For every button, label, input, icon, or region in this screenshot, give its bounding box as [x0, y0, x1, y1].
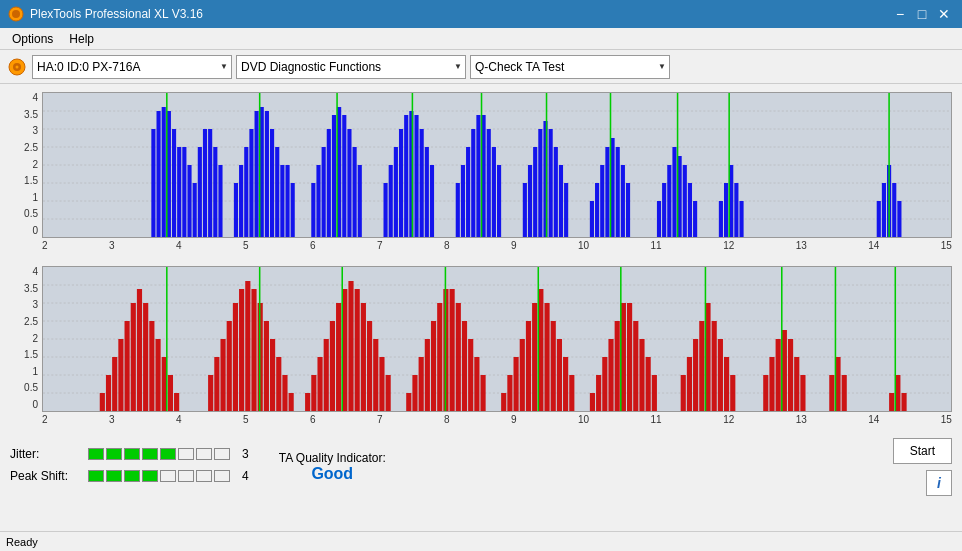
svg-rect-173 — [468, 339, 473, 411]
svg-rect-59 — [425, 147, 429, 237]
svg-rect-85 — [605, 147, 609, 237]
svg-rect-93 — [667, 165, 671, 237]
jitter-bar-5 — [160, 448, 176, 460]
svg-rect-74 — [533, 147, 537, 237]
action-buttons: Start i — [893, 438, 952, 496]
svg-rect-187 — [563, 357, 568, 411]
jitter-bar-8 — [214, 448, 230, 460]
svg-rect-224 — [889, 393, 894, 411]
bottom-panel: Jitter: 3 Peak Shift: — [0, 436, 962, 498]
peak-shift-bar-8 — [214, 470, 230, 482]
jitter-bar-2 — [106, 448, 122, 460]
toolbar: HA:0 ID:0 PX-716A DVD Diagnostic Functio… — [0, 50, 962, 84]
svg-rect-182 — [532, 303, 537, 411]
svg-rect-184 — [544, 303, 549, 411]
svg-rect-138 — [239, 289, 244, 411]
close-button[interactable]: ✕ — [934, 4, 954, 24]
svg-rect-84 — [600, 165, 604, 237]
svg-rect-157 — [361, 303, 366, 411]
svg-rect-142 — [264, 321, 269, 411]
drive-select-wrapper: HA:0 ID:0 PX-716A — [32, 55, 232, 79]
test-select[interactable]: Q-Check TA Test — [470, 55, 670, 79]
peak-shift-bar-4 — [142, 470, 158, 482]
svg-rect-191 — [596, 375, 601, 411]
top-chart-area — [42, 92, 952, 238]
svg-rect-199 — [646, 357, 651, 411]
svg-rect-51 — [384, 183, 388, 237]
svg-rect-96 — [683, 165, 687, 237]
svg-rect-21 — [198, 147, 202, 237]
peak-shift-bar — [88, 470, 230, 482]
menu-bar: Options Help — [0, 28, 962, 50]
svg-rect-175 — [480, 375, 485, 411]
svg-rect-25 — [218, 165, 222, 237]
menu-help[interactable]: Help — [61, 30, 102, 48]
info-button[interactable]: i — [926, 470, 952, 496]
maximize-button[interactable]: □ — [912, 4, 932, 24]
svg-rect-100 — [719, 201, 723, 237]
peak-shift-bar-6 — [178, 470, 194, 482]
svg-rect-179 — [514, 357, 519, 411]
svg-rect-177 — [501, 393, 506, 411]
svg-rect-172 — [462, 321, 467, 411]
bottom-chart-x-axis: 2 3 4 5 6 7 8 9 10 11 12 13 14 15 — [42, 414, 952, 430]
svg-rect-133 — [208, 375, 213, 411]
svg-rect-212 — [763, 375, 768, 411]
svg-rect-40 — [311, 183, 315, 237]
svg-rect-44 — [332, 115, 336, 237]
status-bar: Ready — [0, 531, 962, 551]
peak-shift-bar-5 — [160, 470, 176, 482]
svg-rect-192 — [602, 357, 607, 411]
svg-rect-79 — [559, 165, 563, 237]
svg-rect-120 — [106, 375, 111, 411]
svg-rect-121 — [112, 357, 117, 411]
svg-rect-226 — [901, 393, 906, 411]
svg-rect-80 — [564, 183, 568, 237]
test-select-wrapper: Q-Check TA Test — [470, 55, 670, 79]
svg-rect-22 — [203, 129, 207, 237]
svg-rect-122 — [118, 339, 123, 411]
svg-rect-60 — [430, 165, 434, 237]
menu-options[interactable]: Options — [4, 30, 61, 48]
svg-point-4 — [16, 65, 19, 68]
svg-rect-129 — [162, 357, 167, 411]
bottom-chart-y-axis: 4 3.5 3 2.5 2 1.5 1 0.5 0 — [6, 266, 42, 410]
svg-rect-160 — [379, 357, 384, 411]
svg-rect-153 — [336, 303, 341, 411]
svg-rect-33 — [265, 111, 269, 237]
svg-rect-46 — [342, 115, 346, 237]
function-select[interactable]: DVD Diagnostic Functions — [236, 55, 466, 79]
svg-rect-48 — [353, 147, 357, 237]
svg-rect-98 — [693, 201, 697, 237]
svg-rect-78 — [554, 147, 558, 237]
svg-rect-123 — [125, 321, 130, 411]
ta-quality-section: TA Quality Indicator: Good — [279, 451, 386, 483]
svg-rect-107 — [882, 183, 886, 237]
svg-rect-65 — [471, 129, 475, 237]
svg-rect-185 — [551, 321, 556, 411]
svg-rect-34 — [270, 129, 274, 237]
svg-rect-145 — [282, 375, 287, 411]
svg-rect-144 — [276, 357, 281, 411]
ta-quality-value: Good — [311, 465, 353, 483]
svg-rect-197 — [633, 321, 638, 411]
svg-rect-193 — [608, 339, 613, 411]
bottom-chart-container: 4 3.5 3 2.5 2 1.5 1 0.5 0 — [6, 262, 956, 432]
svg-rect-174 — [474, 357, 479, 411]
svg-rect-205 — [699, 321, 704, 411]
svg-rect-42 — [322, 147, 326, 237]
svg-rect-106 — [877, 201, 881, 237]
svg-rect-140 — [251, 289, 256, 411]
start-button[interactable]: Start — [893, 438, 952, 464]
svg-rect-53 — [394, 147, 398, 237]
svg-rect-73 — [528, 165, 532, 237]
jitter-value: 3 — [242, 447, 249, 461]
svg-rect-77 — [549, 129, 553, 237]
window-title: PlexTools Professional XL V3.16 — [30, 7, 203, 21]
svg-rect-87 — [616, 147, 620, 237]
svg-rect-38 — [291, 183, 295, 237]
svg-rect-68 — [487, 129, 491, 237]
jitter-bar — [88, 448, 230, 460]
drive-select[interactable]: HA:0 ID:0 PX-716A — [32, 55, 232, 79]
minimize-button[interactable]: − — [890, 4, 910, 24]
